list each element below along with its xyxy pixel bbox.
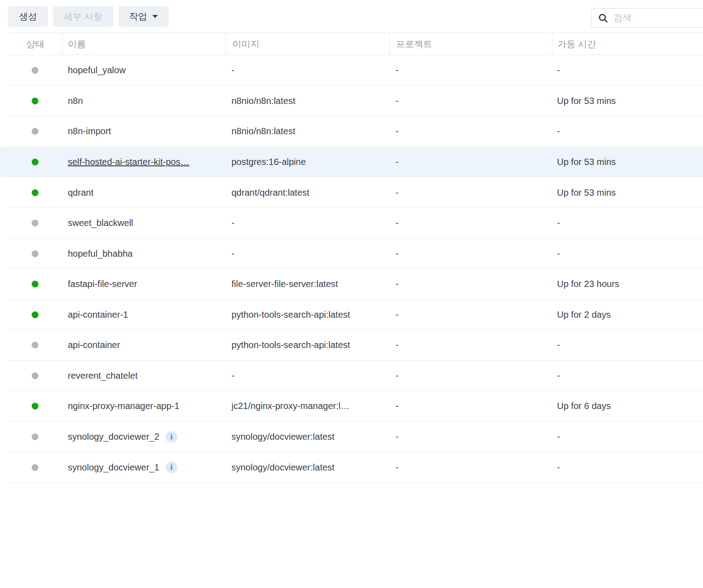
- uptime-value: Up for 6 days: [557, 401, 611, 411]
- image-value: n8nio/n8n:latest: [231, 96, 295, 106]
- project-value: -: [396, 96, 399, 106]
- project-value: -: [396, 371, 399, 381]
- project-value: -: [396, 65, 399, 75]
- project-value: -: [396, 157, 399, 167]
- table-row[interactable]: api-container-1 python-tools-search-api:…: [0, 300, 703, 330]
- status-dot-stopped: [32, 220, 38, 226]
- column-header-uptime[interactable]: 가동 시간: [552, 33, 703, 55]
- table-row[interactable]: hopeful_yalow - - -: [0, 55, 703, 86]
- uptime-value: -: [557, 432, 560, 442]
- column-header-name[interactable]: 이름: [62, 33, 225, 55]
- image-value: -: [231, 249, 235, 259]
- project-value: -: [396, 188, 399, 198]
- image-value: postgres:16-alpine: [231, 157, 306, 167]
- container-name-link[interactable]: api-container: [68, 340, 120, 350]
- container-name-link[interactable]: sweet_blackwell: [68, 218, 133, 228]
- container-table: 상태 이름 이미지 프로젝트 가동 시간 hopeful_yalow - - -: [0, 33, 703, 483]
- container-name-link[interactable]: hopeful_bhabha: [68, 249, 132, 259]
- image-value: python-tools-search-api:latest: [231, 310, 350, 320]
- table-header: 상태 이름 이미지 프로젝트 가동 시간: [0, 33, 703, 55]
- uptime-value: Up for 53 mins: [557, 96, 616, 106]
- image-value: -: [231, 371, 235, 381]
- container-name-link[interactable]: api-container-1: [68, 310, 128, 320]
- project-value: -: [396, 340, 399, 350]
- table-row[interactable]: qdrant qdrant/qdrant:latest - Up for 53 …: [0, 177, 703, 208]
- table-row[interactable]: api-container python-tools-search-api:la…: [0, 330, 703, 361]
- container-name-link[interactable]: reverent_chatelet: [68, 371, 138, 381]
- search-box[interactable]: [591, 8, 703, 28]
- uptime-value: Up for 53 mins: [557, 188, 616, 198]
- uptime-value: -: [557, 249, 560, 259]
- container-name-link[interactable]: hopeful_yalow: [68, 65, 126, 75]
- table-row[interactable]: synology_docviewer_2 i synology/docviewe…: [0, 422, 703, 452]
- project-value: -: [396, 279, 399, 289]
- details-button[interactable]: 세부 사항: [53, 6, 113, 27]
- image-value: file-server-file-server:latest: [231, 279, 338, 289]
- status-dot-stopped: [32, 433, 38, 440]
- project-value: -: [396, 218, 399, 228]
- container-name-link[interactable]: self-hosted-ai-starter-kit-pos…: [68, 157, 189, 167]
- table-row[interactable]: reverent_chatelet - - -: [0, 361, 703, 391]
- container-name-link[interactable]: n8n-import: [68, 126, 111, 136]
- image-value: synology/docviewer:latest: [231, 432, 335, 442]
- uptime-value: -: [557, 126, 560, 136]
- project-value: -: [396, 249, 399, 259]
- action-dropdown-label: 작업: [129, 10, 147, 23]
- uptime-value: Up for 53 mins: [557, 157, 616, 167]
- column-header-project[interactable]: 프로젝트: [389, 33, 552, 55]
- status-dot-running: [32, 403, 38, 409]
- project-value: -: [396, 310, 399, 320]
- table-row[interactable]: nginx-proxy-manager-app-1 jc21/nginx-pro…: [0, 391, 703, 422]
- container-name-link[interactable]: nginx-proxy-manager-app-1: [68, 401, 179, 411]
- project-value: -: [396, 432, 399, 442]
- action-dropdown-button[interactable]: 작업: [118, 6, 169, 27]
- image-value: n8nio/n8n:latest: [231, 126, 295, 136]
- toolbar: 생성 세부 사항 작업: [0, 0, 703, 33]
- uptime-value: -: [557, 340, 560, 350]
- search-input[interactable]: [613, 13, 701, 23]
- status-dot-running: [32, 311, 38, 318]
- container-name-link[interactable]: qdrant: [68, 188, 94, 198]
- status-dot-stopped: [32, 128, 38, 135]
- table-row[interactable]: synology_docviewer_1 i synology/docviewe…: [0, 452, 703, 483]
- table-row[interactable]: n8n n8nio/n8n:latest - Up for 53 mins: [0, 86, 703, 117]
- container-name-link[interactable]: synology_docviewer_2: [68, 432, 159, 442]
- table-row[interactable]: hopeful_bhabha - - -: [0, 238, 703, 269]
- status-dot-stopped: [32, 67, 38, 74]
- table-row[interactable]: sweet_blackwell - - -: [0, 208, 703, 239]
- uptime-value: Up for 2 days: [557, 310, 611, 320]
- container-name-link[interactable]: fastapi-file-server: [68, 279, 137, 289]
- create-button[interactable]: 생성: [8, 6, 48, 27]
- project-value: -: [396, 462, 399, 473]
- search-icon: [598, 13, 609, 24]
- chevron-down-icon: [152, 15, 158, 18]
- status-dot-stopped: [32, 464, 38, 471]
- image-value: qdrant/qdrant:latest: [231, 188, 309, 198]
- status-dot-running: [32, 98, 38, 104]
- container-name-link[interactable]: synology_docviewer_1: [68, 462, 159, 473]
- info-icon[interactable]: i: [165, 461, 177, 473]
- column-header-status[interactable]: 상태: [0, 33, 62, 55]
- uptime-value: -: [557, 218, 560, 228]
- image-value: jc21/nginx-proxy-manager:l…: [231, 401, 349, 411]
- image-value: -: [231, 65, 235, 75]
- image-value: synology/docviewer:latest: [231, 462, 335, 473]
- image-value: python-tools-search-api:latest: [231, 340, 350, 350]
- container-name-link[interactable]: n8n: [68, 96, 83, 106]
- table-body: hopeful_yalow - - - n8n n8nio/n8n:latest…: [0, 55, 703, 483]
- uptime-value: -: [557, 462, 560, 473]
- uptime-value: Up for 23 hours: [557, 279, 619, 289]
- table-row[interactable]: fastapi-file-server file-server-file-ser…: [0, 269, 703, 300]
- status-dot-stopped: [32, 372, 38, 379]
- status-dot-stopped: [32, 250, 38, 257]
- container-list-page: 생성 세부 사항 작업 상태 이름 이미지 프로젝트 가동 시간 hopeful: [0, 0, 703, 588]
- status-dot-stopped: [32, 342, 38, 348]
- column-header-image[interactable]: 이미지: [225, 33, 389, 55]
- status-dot-running: [32, 159, 38, 165]
- image-value: -: [231, 218, 235, 228]
- status-dot-running: [32, 189, 38, 196]
- table-row[interactable]: n8n-import n8nio/n8n:latest - -: [0, 116, 703, 147]
- info-icon[interactable]: i: [165, 431, 177, 443]
- status-dot-running: [32, 281, 38, 287]
- table-row[interactable]: self-hosted-ai-starter-kit-pos… postgres…: [0, 147, 703, 178]
